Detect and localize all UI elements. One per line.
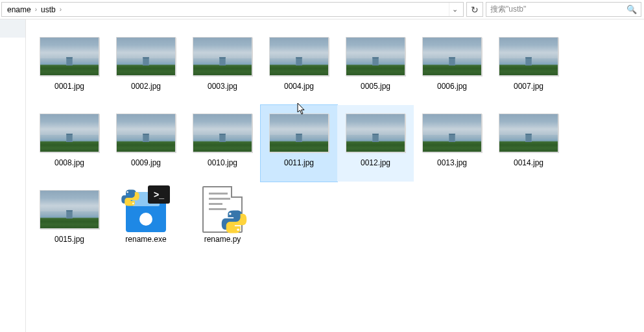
- file-item[interactable]: 0006.jpg: [414, 29, 490, 105]
- chevron-right-icon: ›: [58, 6, 63, 13]
- image-thumbnail: [269, 113, 329, 152]
- chevron-right-icon: ›: [34, 6, 38, 13]
- file-thumbnail: >_: [115, 185, 177, 233]
- file-label: 0004.jpg: [284, 82, 314, 92]
- file-item[interactable]: 0010.jpg: [184, 105, 261, 182]
- file-thumbnail: [38, 109, 101, 157]
- toolbar: ename › ustb › ⌄ ↻ 搜索"ustb" 🔍: [0, 0, 644, 19]
- file-thumbnail: [344, 32, 407, 80]
- breadcrumb-part[interactable]: ustb: [38, 3, 58, 16]
- file-thumbnail: [421, 109, 483, 157]
- file-grid[interactable]: 0001.jpg0002.jpg0003.jpg0004.jpg0005.jpg…: [26, 19, 644, 332]
- file-item[interactable]: 0003.jpg: [184, 29, 261, 105]
- file-label: rename.py: [204, 235, 241, 245]
- sidebar-item[interactable]: [0, 38, 25, 56]
- file-thumbnail: [344, 109, 407, 157]
- file-label: 0002.jpg: [131, 82, 161, 92]
- file-item[interactable]: >_rename.exe: [108, 182, 184, 258]
- file-item[interactable]: 0007.jpg: [490, 29, 567, 105]
- image-thumbnail: [40, 113, 99, 152]
- image-thumbnail: [116, 113, 176, 152]
- python-file-icon: [202, 186, 243, 233]
- file-label: rename.exe: [125, 235, 166, 245]
- file-item[interactable]: 0011.jpg: [261, 105, 337, 182]
- file-item[interactable]: 0012.jpg: [337, 105, 414, 182]
- file-label: 0011.jpg: [284, 158, 314, 169]
- file-label: 0003.jpg: [208, 82, 237, 92]
- file-thumbnail: [191, 109, 254, 157]
- image-thumbnail: [346, 37, 405, 76]
- file-thumbnail: [497, 32, 560, 80]
- file-thumbnail: [497, 109, 560, 157]
- file-thumbnail: [191, 32, 254, 80]
- image-thumbnail: [116, 37, 176, 76]
- file-item[interactable]: rename.py: [184, 182, 261, 258]
- file-label: 0013.jpg: [437, 158, 467, 169]
- file-label: 0005.jpg: [361, 82, 390, 92]
- file-label: 0001.jpg: [54, 82, 84, 92]
- file-thumbnail: [421, 32, 483, 80]
- image-thumbnail: [422, 37, 482, 76]
- file-thumbnail: [38, 32, 101, 80]
- image-thumbnail: [193, 113, 252, 152]
- file-thumbnail: [38, 185, 101, 233]
- image-thumbnail: [40, 190, 99, 229]
- history-dropdown-icon[interactable]: ⌄: [449, 3, 460, 16]
- file-item[interactable]: 0004.jpg: [261, 29, 337, 105]
- search-icon: 🔍: [626, 5, 637, 14]
- file-item[interactable]: 0015.jpg: [31, 182, 108, 258]
- file-thumbnail: [115, 109, 177, 157]
- file-item[interactable]: 0008.jpg: [31, 105, 108, 182]
- search-input[interactable]: 搜索"ustb" 🔍: [486, 2, 641, 17]
- file-item[interactable]: 0001.jpg: [31, 29, 108, 105]
- file-label: 0006.jpg: [437, 82, 467, 92]
- search-placeholder: 搜索"ustb": [490, 4, 626, 15]
- image-thumbnail: [422, 113, 482, 152]
- image-thumbnail: [40, 37, 99, 76]
- file-label: 0008.jpg: [54, 158, 84, 169]
- image-thumbnail: [346, 113, 405, 152]
- file-item[interactable]: 0013.jpg: [414, 105, 490, 182]
- exe-icon: >_: [123, 187, 169, 232]
- image-thumbnail: [193, 37, 252, 76]
- sidebar-item[interactable]: [0, 19, 25, 38]
- file-item[interactable]: 0002.jpg: [108, 29, 184, 105]
- main: 0001.jpg0002.jpg0003.jpg0004.jpg0005.jpg…: [0, 19, 644, 332]
- file-thumbnail: [268, 109, 330, 157]
- file-label: 0009.jpg: [131, 158, 161, 169]
- breadcrumb-part[interactable]: ename: [5, 3, 34, 16]
- file-thumbnail: [268, 32, 330, 80]
- file-label: 0007.jpg: [514, 82, 543, 92]
- file-label: 0012.jpg: [361, 158, 390, 169]
- file-label: 0015.jpg: [54, 235, 84, 245]
- file-thumbnail: [191, 185, 254, 233]
- nav-sidebar[interactable]: [0, 19, 26, 332]
- image-thumbnail: [499, 37, 558, 76]
- image-thumbnail: [499, 113, 558, 152]
- refresh-icon: ↻: [471, 5, 479, 15]
- image-thumbnail: [269, 37, 329, 76]
- file-label: 0010.jpg: [208, 158, 237, 169]
- file-item[interactable]: 0014.jpg: [490, 105, 567, 182]
- file-item[interactable]: 0009.jpg: [108, 105, 184, 182]
- file-item[interactable]: 0005.jpg: [337, 29, 414, 105]
- refresh-button[interactable]: ↻: [466, 2, 483, 17]
- breadcrumb[interactable]: ename › ustb › ⌄: [1, 2, 464, 17]
- file-label: 0014.jpg: [514, 158, 543, 169]
- file-thumbnail: [115, 32, 177, 80]
